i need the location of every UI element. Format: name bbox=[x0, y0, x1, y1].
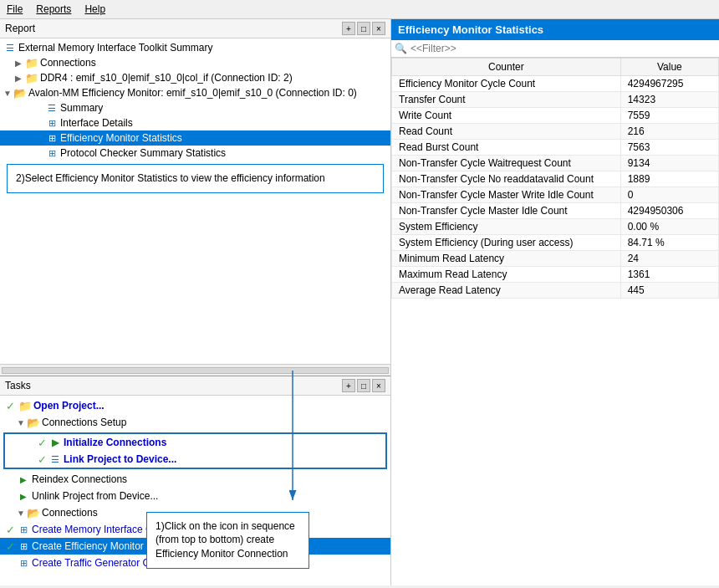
task-connections-setup[interactable]: ▼ 📂 Connections Setup bbox=[0, 414, 390, 431]
menu-reports[interactable]: Reports bbox=[36, 3, 71, 15]
value-cell: 24 bbox=[620, 251, 718, 267]
value-cell: 7559 bbox=[620, 108, 718, 124]
task-highlighted-group: ✓ ▶ Initialize Connections ✓ ☰ Link Proj… bbox=[3, 432, 387, 469]
value-cell: 1889 bbox=[620, 171, 718, 187]
report-pin-btn[interactable]: + bbox=[342, 22, 355, 35]
tree-connections[interactable]: ▶ 📁 Connections bbox=[0, 55, 390, 70]
table-row[interactable]: Non-Transfer Cycle Waitrequest Count9134 bbox=[392, 156, 719, 171]
tasks-pin-btn[interactable]: + bbox=[342, 379, 355, 392]
counter-cell: Maximum Read Latency bbox=[392, 267, 621, 283]
tasks-close-btn[interactable]: × bbox=[372, 379, 385, 392]
filter-row: 🔍 bbox=[391, 40, 719, 58]
bottom-callout: 1)Click on the icon in sequence (from to… bbox=[146, 512, 309, 569]
stats-panel: Efficiency Monitor Statistics 🔍 Counter … bbox=[391, 19, 719, 585]
tree-avalon-mm[interactable]: ▼ 📂 Avalon-MM Efficiency Monitor: emif_s… bbox=[0, 85, 390, 100]
table-row[interactable]: Minimum Read Latency24 bbox=[392, 251, 719, 267]
table-row[interactable]: Transfer Count14323 bbox=[392, 92, 719, 108]
counter-cell: Non-Transfer Cycle Master Idle Count bbox=[392, 203, 621, 219]
tree-ddr4[interactable]: ▶ 📁 DDR4 : emif_s10_0|emif_s10_0|col_if … bbox=[0, 70, 390, 85]
table-row[interactable]: System Efficiency (During user access)84… bbox=[392, 235, 719, 251]
counter-cell: System Efficiency bbox=[392, 219, 621, 235]
table-row[interactable]: Non-Transfer Cycle Master Write Idle Cou… bbox=[392, 187, 719, 203]
counter-cell: Average Read Latency bbox=[392, 283, 621, 299]
menu-bar: File Reports Help bbox=[0, 0, 719, 19]
stats-header: Efficiency Monitor Statistics bbox=[391, 19, 719, 40]
task-initialize-connections[interactable]: ✓ ▶ Initialize Connections bbox=[5, 434, 385, 451]
tasks-panel-header: Tasks + □ × bbox=[0, 376, 390, 396]
filter-input[interactable] bbox=[410, 43, 716, 54]
task-open-project[interactable]: ✓ 📁 Open Project... bbox=[0, 397, 390, 414]
report-close-btn[interactable]: × bbox=[372, 22, 385, 35]
task-reindex-connections[interactable]: ▶ Reindex Connections bbox=[0, 471, 390, 488]
table-row[interactable]: Maximum Read Latency1361 bbox=[392, 267, 719, 283]
menu-help[interactable]: Help bbox=[84, 3, 105, 15]
tree-external-memory[interactable]: ☰ External Memory Interface Toolkit Summ… bbox=[0, 40, 390, 55]
value-cell: 7563 bbox=[620, 140, 718, 156]
report-callout: 2)Select Efficiency Monitor Statistics t… bbox=[7, 164, 384, 193]
tree-interface-details[interactable]: ⊞ Interface Details bbox=[0, 115, 390, 130]
table-row[interactable]: Write Count7559 bbox=[392, 108, 719, 124]
col-value: Value bbox=[620, 59, 718, 76]
stats-table: Counter Value Efficiency Monitor Cycle C… bbox=[391, 58, 719, 299]
tasks-expand-btn[interactable]: □ bbox=[357, 379, 370, 392]
value-cell: 1361 bbox=[620, 267, 718, 283]
table-row[interactable]: Average Read Latency445 bbox=[392, 283, 719, 299]
report-h-scrollbar[interactable] bbox=[0, 364, 390, 376]
tree-protocol-checker[interactable]: ⊞ Protocol Checker Summary Statistics bbox=[0, 146, 390, 161]
menu-file[interactable]: File bbox=[7, 3, 23, 15]
tree-summary[interactable]: ☰ Summary bbox=[0, 100, 390, 115]
task-unlink-project[interactable]: ▶ Unlink Project from Device... bbox=[0, 488, 390, 504]
report-tree: ☰ External Memory Interface Toolkit Summ… bbox=[0, 38, 390, 364]
table-row[interactable]: Read Count216 bbox=[392, 124, 719, 140]
counter-cell: System Efficiency (During user access) bbox=[392, 235, 621, 251]
report-panel-header: Report + □ × bbox=[0, 19, 390, 38]
table-row[interactable]: Efficiency Monitor Cycle Count4294967295 bbox=[392, 76, 719, 92]
counter-cell: Minimum Read Latency bbox=[392, 251, 621, 267]
search-icon: 🔍 bbox=[395, 43, 407, 54]
value-cell: 4294967295 bbox=[620, 76, 718, 92]
counter-cell: Non-Transfer Cycle Waitrequest Count bbox=[392, 156, 621, 171]
table-row[interactable]: System Efficiency0.00 % bbox=[392, 219, 719, 235]
counter-cell: Transfer Count bbox=[392, 92, 621, 108]
task-link-project[interactable]: ✓ ☰ Link Project to Device... bbox=[5, 451, 385, 468]
value-cell: 9134 bbox=[620, 156, 718, 171]
tree-efficiency-monitor-stats[interactable]: ⊞ Efficiency Monitor Statistics bbox=[0, 130, 390, 146]
counter-cell: Read Burst Count bbox=[392, 140, 621, 156]
value-cell: 14323 bbox=[620, 92, 718, 108]
value-cell: 445 bbox=[620, 283, 718, 299]
value-cell: 0.00 % bbox=[620, 219, 718, 235]
table-row[interactable]: Non-Transfer Cycle No readdatavalid Coun… bbox=[392, 171, 719, 187]
col-counter: Counter bbox=[392, 59, 621, 76]
tasks-title: Tasks bbox=[5, 380, 31, 391]
counter-cell: Write Count bbox=[392, 108, 621, 124]
value-cell: 216 bbox=[620, 124, 718, 140]
report-expand-btn[interactable]: □ bbox=[357, 22, 370, 35]
table-row[interactable]: Non-Transfer Cycle Master Idle Count4294… bbox=[392, 203, 719, 219]
value-cell: 4294950306 bbox=[620, 203, 718, 219]
value-cell: 0 bbox=[620, 187, 718, 203]
value-cell: 84.71 % bbox=[620, 235, 718, 251]
report-title: Report bbox=[5, 23, 35, 34]
table-row[interactable]: Read Burst Count7563 bbox=[392, 140, 719, 156]
counter-cell: Non-Transfer Cycle Master Write Idle Cou… bbox=[392, 187, 621, 203]
counter-cell: Efficiency Monitor Cycle Count bbox=[392, 76, 621, 92]
counter-cell: Non-Transfer Cycle No readdatavalid Coun… bbox=[392, 171, 621, 187]
counter-cell: Read Count bbox=[392, 124, 621, 140]
